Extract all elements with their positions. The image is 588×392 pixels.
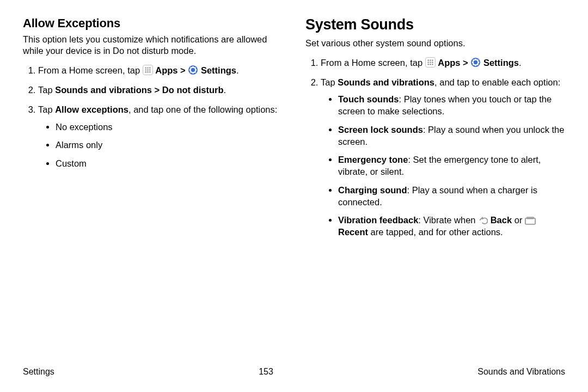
footer-left: Settings xyxy=(23,367,54,377)
step-bold: Sounds and vibrations xyxy=(338,77,434,87)
option-desc: are tapped, and for other actions. xyxy=(368,227,503,237)
step-text: From a Home screen, tap xyxy=(38,65,143,75)
page-footer: Settings 153 Sounds and Vibrations xyxy=(23,367,565,377)
option-desc: or xyxy=(512,215,525,225)
allow-exceptions-options: No exceptions Alarms only Custom xyxy=(38,121,283,170)
step-2: Tap Sounds and vibrations, and tap to en… xyxy=(321,76,565,238)
system-sounds-heading: System Sounds xyxy=(305,16,565,33)
option-name: Emergency tone xyxy=(338,155,408,164)
step-text: , and tap one of the following options: xyxy=(128,105,277,114)
chevron-right-icon: > xyxy=(180,65,188,75)
period: . xyxy=(224,85,226,95)
chevron-right-icon: > xyxy=(463,58,470,68)
step-1: From a Home screen, tap Apps > Settings. xyxy=(38,64,283,76)
system-sounds-steps: From a Home screen, tap Apps > Settings.… xyxy=(305,57,565,238)
list-item: Touch sounds: Play tones when you touch … xyxy=(338,94,565,118)
option-name: Touch sounds xyxy=(338,94,399,104)
step-bold: Allow exceptions xyxy=(55,105,128,114)
back-icon xyxy=(478,215,488,225)
columns: Allow Exceptions This option lets you cu… xyxy=(23,16,565,362)
apps-label: Apps xyxy=(155,65,177,75)
period: . xyxy=(519,58,522,68)
settings-label: Settings xyxy=(483,58,519,68)
manual-page: Allow Exceptions This option lets you cu… xyxy=(0,0,588,392)
apps-icon xyxy=(425,57,436,68)
list-item: Vibration feedback: Vibrate when Back or… xyxy=(338,215,565,238)
step-text: Tap xyxy=(321,77,338,87)
option-name: Vibration feedback xyxy=(338,215,418,225)
gear-icon xyxy=(188,65,198,75)
option-name: Charging sound xyxy=(338,185,407,195)
system-sounds-options: Touch sounds: Play tones when you touch … xyxy=(321,94,565,238)
recent-label: Recent xyxy=(338,227,368,237)
page-number: 153 xyxy=(259,367,273,377)
allow-exceptions-lead: This option lets you customize which not… xyxy=(23,34,283,57)
step-text: From a Home screen, tap xyxy=(321,58,425,68)
apps-label: Apps xyxy=(438,58,460,68)
option-name: Screen lock sounds xyxy=(338,125,423,134)
right-column: System Sounds Set various other system s… xyxy=(305,16,565,362)
footer-right: Sounds and Vibrations xyxy=(477,367,565,377)
gear-icon xyxy=(470,57,481,68)
step-1: From a Home screen, tap Apps > Settings. xyxy=(321,57,565,69)
allow-exceptions-heading: Allow Exceptions xyxy=(23,16,283,30)
settings-label: Settings xyxy=(201,65,236,75)
back-label: Back xyxy=(491,215,512,225)
left-column: Allow Exceptions This option lets you cu… xyxy=(23,16,283,362)
period: . xyxy=(236,65,239,75)
list-item: Screen lock sounds: Play a sound when yo… xyxy=(338,124,565,148)
list-item: Charging sound: Play a sound when a char… xyxy=(338,185,565,209)
step-2: Tap Sounds and vibrations > Do not distu… xyxy=(38,84,283,96)
list-item: No exceptions xyxy=(56,121,283,133)
step-text: Tap xyxy=(38,85,55,95)
list-item: Emergency tone: Set the emergency tone t… xyxy=(338,154,565,178)
recent-icon xyxy=(525,217,536,225)
apps-icon xyxy=(143,65,153,75)
step-text: , and tap to enable each option: xyxy=(434,77,560,87)
step-bold: Sounds and vibrations > Do not disturb xyxy=(55,85,223,95)
list-item: Alarms only xyxy=(56,139,283,151)
step-text: Tap xyxy=(38,105,55,114)
system-sounds-lead: Set various other system sound options. xyxy=(305,38,565,49)
list-item: Custom xyxy=(56,158,283,170)
step-3: Tap Allow exceptions, and tap one of the… xyxy=(38,103,283,169)
allow-exceptions-steps: From a Home screen, tap Apps > Settings.… xyxy=(23,64,283,170)
option-desc: : Vibrate when xyxy=(418,215,478,225)
